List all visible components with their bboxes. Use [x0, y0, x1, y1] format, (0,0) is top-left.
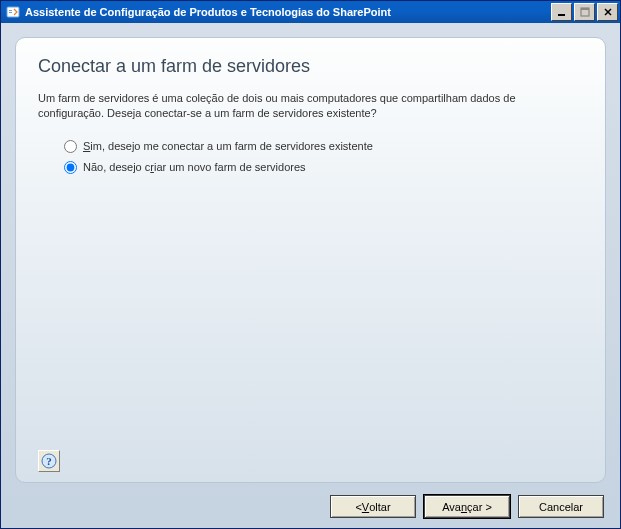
- svg-rect-1: [9, 10, 12, 11]
- farm-choice-group: Sim, desejo me conectar a um farm de ser…: [64, 140, 583, 182]
- radio-create-new[interactable]: [64, 161, 77, 174]
- app-icon: [5, 4, 21, 20]
- page-description: Um farm de servidores é uma coleção de d…: [38, 91, 583, 122]
- next-button[interactable]: Avançar >: [424, 495, 510, 518]
- option-create-new[interactable]: Não, desejo criar um novo farm de servid…: [64, 161, 583, 174]
- svg-rect-2: [9, 12, 12, 13]
- radio-connect-existing[interactable]: [64, 140, 77, 153]
- close-button[interactable]: [597, 3, 618, 21]
- label-connect-existing: Sim, desejo me conectar a um farm de ser…: [83, 140, 373, 152]
- titlebar: Assistente de Configuração de Produtos e…: [1, 1, 620, 23]
- page-heading: Conectar a um farm de servidores: [38, 56, 583, 77]
- help-button[interactable]: ?: [38, 450, 60, 472]
- wizard-button-row: < Voltar Avançar > Cancelar: [15, 495, 606, 518]
- svg-text:?: ?: [46, 455, 52, 467]
- option-connect-existing[interactable]: Sim, desejo me conectar a um farm de ser…: [64, 140, 583, 153]
- client-area: Conectar a um farm de servidores Um farm…: [1, 23, 620, 528]
- window-controls: [549, 3, 618, 21]
- wizard-window: Assistente de Configuração de Produtos e…: [0, 0, 621, 529]
- window-title: Assistente de Configuração de Produtos e…: [25, 6, 549, 18]
- svg-rect-3: [558, 14, 565, 16]
- svg-rect-5: [581, 8, 589, 10]
- cancel-button[interactable]: Cancelar: [518, 495, 604, 518]
- label-create-new: Não, desejo criar um novo farm de servid…: [83, 161, 306, 173]
- minimize-button[interactable]: [551, 3, 572, 21]
- help-row: ?: [38, 450, 583, 472]
- maximize-button[interactable]: [574, 3, 595, 21]
- back-button[interactable]: < Voltar: [330, 495, 416, 518]
- content-panel: Conectar a um farm de servidores Um farm…: [15, 37, 606, 483]
